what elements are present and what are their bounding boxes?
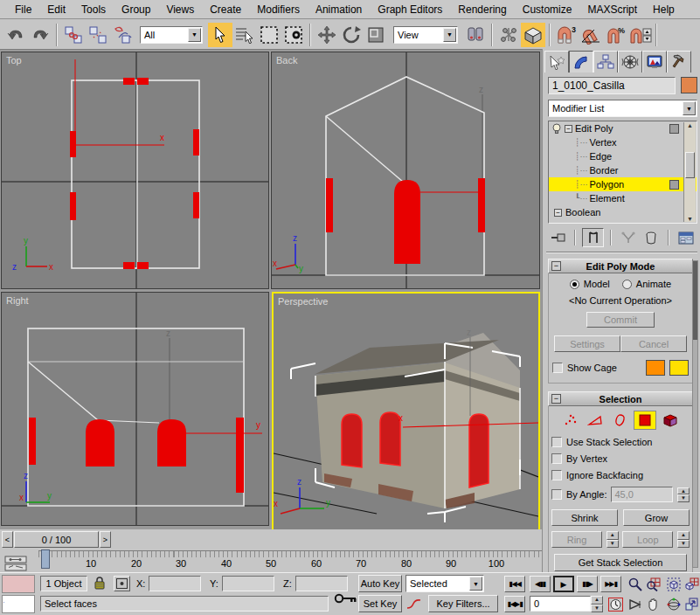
- go-to-end-icon[interactable]: ▶▶▮: [600, 576, 621, 592]
- snap-angle-icon[interactable]: [579, 23, 603, 47]
- object-name-field[interactable]: 1_0100_Casilla: [548, 77, 676, 94]
- menu-file[interactable]: File: [7, 1, 39, 18]
- menu-animation[interactable]: Animation: [308, 1, 370, 18]
- dropdown-arrow-icon[interactable]: ▼: [683, 101, 696, 115]
- viewport-back[interactable]: Back z z x y: [271, 52, 540, 289]
- radio-animate-dot[interactable]: [622, 280, 632, 289]
- timeline-ruler[interactable]: 0 10 20 30 40 50 60 70 80 90 100: [38, 550, 542, 571]
- by-angle-checkbox[interactable]: [551, 489, 562, 500]
- move-icon[interactable]: [315, 23, 339, 47]
- by-vertex-checkbox[interactable]: [551, 453, 562, 464]
- zoom-extents-icon[interactable]: [664, 575, 683, 593]
- radio-model-dot[interactable]: [570, 280, 579, 289]
- prev-frame-icon[interactable]: ◀▮▮: [530, 576, 551, 592]
- cage-color-swatch-1[interactable]: [646, 360, 665, 376]
- configure-modifier-sets-icon[interactable]: [676, 228, 697, 247]
- menu-rendering[interactable]: Rendering: [450, 1, 514, 18]
- radio-model[interactable]: Model: [570, 279, 610, 289]
- menu-tools[interactable]: Tools: [73, 1, 114, 18]
- auto-key-button[interactable]: Auto Key: [358, 575, 402, 592]
- radio-animate[interactable]: Animate: [622, 279, 671, 289]
- menu-customize[interactable]: Customize: [515, 1, 580, 18]
- dropdown-arrow-icon[interactable]: ▼: [443, 28, 456, 42]
- reference-coordsys-dropdown[interactable]: View ▼: [393, 26, 458, 44]
- stack-gizmo-swatch[interactable]: [669, 124, 679, 134]
- min-max-toggle-icon[interactable]: [683, 595, 700, 613]
- use-stack-selection-checkbox[interactable]: [551, 437, 562, 447]
- lightbulb-icon[interactable]: [551, 123, 562, 134]
- use-stack-selection-row[interactable]: Use Stack Selection: [551, 437, 690, 447]
- modifier-stack[interactable]: − Edit Poly ┊···Vertex ┊···Edge ┊···Bord…: [548, 121, 697, 224]
- time-slider-handle[interactable]: 0 / 100: [14, 531, 99, 548]
- by-angle-spinner[interactable]: ▲▼: [677, 487, 690, 502]
- go-to-start-icon[interactable]: ▮◀◀: [504, 576, 525, 592]
- modifier-list-dropdown[interactable]: Modifier List ▼: [548, 100, 697, 117]
- use-center-icon[interactable]: [463, 23, 488, 47]
- keyboard-override-icon[interactable]: [521, 23, 545, 47]
- stack-gizmo-swatch[interactable]: [669, 180, 679, 190]
- scroll-down-icon[interactable]: ▼: [684, 216, 696, 222]
- next-frame-icon[interactable]: ▮▮▶: [577, 576, 598, 592]
- get-stack-selection-button[interactable]: Get Stack Selection: [554, 554, 687, 571]
- stack-row-editpoly[interactable]: − Edit Poly: [549, 121, 697, 135]
- stack-scroll-thumb[interactable]: [685, 152, 695, 178]
- select-object-icon[interactable]: [208, 23, 232, 47]
- undo-icon[interactable]: [3, 23, 28, 47]
- viewport-top[interactable]: Top x y x z: [1, 52, 269, 289]
- time-configuration-icon[interactable]: [605, 595, 626, 613]
- dropdown-arrow-icon[interactable]: ▼: [188, 28, 201, 42]
- arc-rotate-icon[interactable]: [664, 595, 683, 613]
- rollout-header-edit-poly-mode[interactable]: − Edit Poly Mode: [548, 259, 693, 273]
- tab-modify-icon[interactable]: [569, 51, 593, 73]
- snap-spinner-icon[interactable]: [627, 23, 652, 47]
- current-frame-field[interactable]: 0: [530, 596, 591, 612]
- maxscript-mini-listener-white[interactable]: ·: [2, 595, 35, 613]
- by-angle-field[interactable]: 45,0: [611, 487, 673, 502]
- subobject-polygon-icon[interactable]: [634, 411, 656, 430]
- stack-sub-element[interactable]: ┖···Element: [549, 191, 697, 205]
- select-link-icon[interactable]: [61, 23, 86, 47]
- tab-create-icon[interactable]: [544, 51, 569, 73]
- y-coord-input[interactable]: [222, 576, 274, 591]
- settings-button[interactable]: Settings: [554, 335, 620, 352]
- frame-spinner[interactable]: ▲▼: [591, 596, 603, 612]
- by-angle-row[interactable]: By Angle: 45,0 ▲▼: [551, 487, 690, 502]
- remove-modifier-icon[interactable]: [641, 228, 662, 247]
- viewport-right[interactable]: Right z y z y x: [1, 292, 269, 526]
- x-coord-input[interactable]: [149, 576, 201, 591]
- key-mode-dropdown[interactable]: Selected ▼: [405, 575, 484, 592]
- commit-button[interactable]: Commit: [586, 312, 655, 328]
- viewport-right-label[interactable]: Right: [6, 295, 29, 306]
- collapse-rollout-icon[interactable]: −: [551, 394, 561, 404]
- menu-create[interactable]: Create: [202, 1, 249, 18]
- viewport-back-label[interactable]: Back: [276, 55, 297, 66]
- stack-sub-polygon[interactable]: ┊···Polygon: [549, 177, 697, 191]
- bind-spacewarp-icon[interactable]: [110, 23, 135, 47]
- menu-maxscript[interactable]: MAXScript: [579, 1, 645, 18]
- default-in-out-tangent-icon[interactable]: [404, 595, 425, 612]
- menu-group[interactable]: Group: [114, 1, 158, 18]
- menu-help[interactable]: Help: [645, 1, 683, 18]
- key-mode-toggle-icon[interactable]: ▮◀▶▮: [504, 596, 525, 612]
- subobject-border-icon[interactable]: [609, 411, 630, 429]
- menu-views[interactable]: Views: [158, 1, 202, 18]
- make-unique-icon[interactable]: [618, 228, 638, 247]
- subobject-element-icon[interactable]: [660, 411, 681, 429]
- by-vertex-row[interactable]: By Vertex: [551, 453, 690, 464]
- unlink-icon[interactable]: [86, 23, 110, 47]
- menu-edit[interactable]: Edit: [39, 1, 73, 18]
- show-end-result-icon[interactable]: [582, 228, 604, 247]
- stack-sub-vertex[interactable]: ┊···Vertex: [549, 135, 697, 149]
- ignore-backfacing-checkbox[interactable]: [551, 470, 562, 480]
- tab-display-icon[interactable]: [642, 51, 667, 73]
- scroll-up-icon[interactable]: ▲: [684, 122, 696, 128]
- stack-row-boolean[interactable]: − Boolean: [549, 205, 697, 219]
- object-color-swatch[interactable]: [681, 77, 697, 93]
- ignore-backfacing-row[interactable]: Ignore Backfacing: [551, 470, 690, 480]
- zoom-all-icon[interactable]: [644, 575, 662, 593]
- snap-3d-icon[interactable]: 3: [554, 23, 579, 47]
- cancel-button[interactable]: Cancel: [620, 335, 687, 352]
- viewport-perspective-label[interactable]: Perspective: [278, 296, 328, 307]
- subobject-vertex-icon[interactable]: [560, 411, 581, 429]
- field-of-view-icon[interactable]: [626, 595, 644, 613]
